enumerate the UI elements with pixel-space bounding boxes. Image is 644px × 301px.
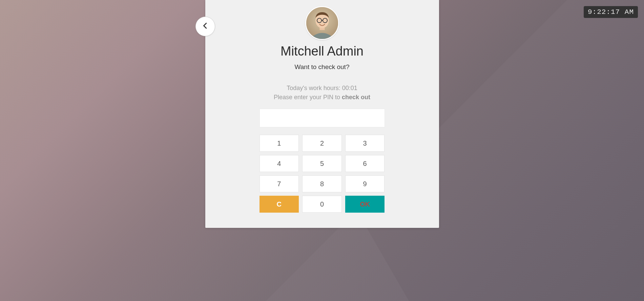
pin-instruction-prefix: Please enter your PIN to bbox=[274, 94, 342, 101]
key-9[interactable]: 9 bbox=[345, 175, 385, 192]
employee-name: Mitchell Admin bbox=[205, 44, 439, 59]
key-clear[interactable]: C bbox=[259, 196, 299, 213]
key-2[interactable]: 2 bbox=[302, 135, 342, 152]
key-1[interactable]: 1 bbox=[259, 135, 299, 152]
back-button[interactable] bbox=[195, 17, 215, 36]
checkout-prompt: Want to check out? bbox=[205, 63, 439, 71]
sub-info: Today's work hours: 00:01 Please enter y… bbox=[205, 84, 439, 102]
chevron-left-icon bbox=[202, 22, 209, 31]
key-8[interactable]: 8 bbox=[302, 175, 342, 192]
key-0[interactable]: 0 bbox=[302, 196, 342, 213]
key-5[interactable]: 5 bbox=[302, 155, 342, 172]
key-ok[interactable]: OK bbox=[345, 196, 385, 213]
clock-display: 9:22:17 AM bbox=[584, 6, 638, 18]
work-hours-label: Today's work hours: 00:01 bbox=[205, 84, 439, 93]
key-7[interactable]: 7 bbox=[259, 175, 299, 192]
avatar bbox=[305, 6, 339, 40]
keypad: 1 2 3 4 5 6 7 8 9 C 0 OK bbox=[259, 135, 385, 213]
avatar-image bbox=[306, 7, 338, 39]
key-4[interactable]: 4 bbox=[259, 155, 299, 172]
key-3[interactable]: 3 bbox=[345, 135, 385, 152]
key-6[interactable]: 6 bbox=[345, 155, 385, 172]
checkout-card: Mitchell Admin Want to check out? Today'… bbox=[205, 0, 439, 228]
pin-instruction: Please enter your PIN to check out bbox=[205, 93, 439, 102]
pin-input[interactable] bbox=[259, 109, 385, 127]
pin-instruction-action: check out bbox=[342, 94, 370, 101]
